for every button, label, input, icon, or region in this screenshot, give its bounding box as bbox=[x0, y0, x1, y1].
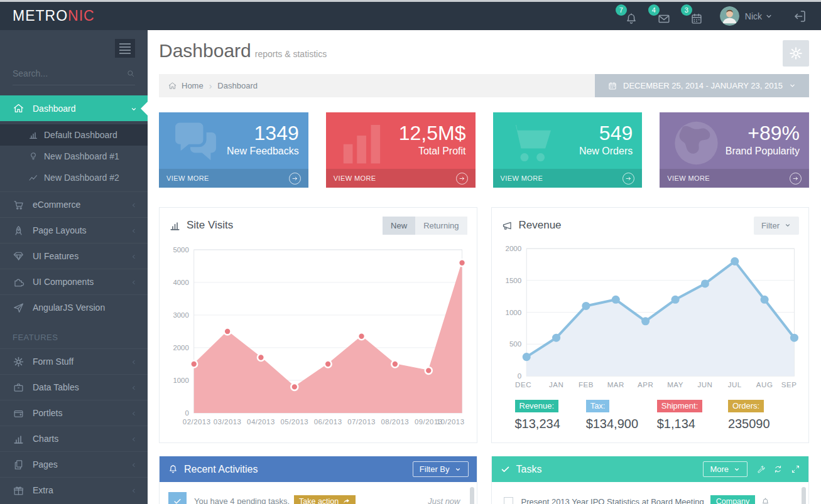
sidebar-item-form-stuff[interactable]: Form Stuff bbox=[0, 348, 148, 374]
stat-card-new-feedbacks[interactable]: 1349 New Feedbacks VIEW MORE bbox=[159, 112, 308, 188]
sidebar-item-label: Page Layouts bbox=[33, 225, 87, 235]
svg-text:0: 0 bbox=[517, 372, 521, 380]
revenue-panel: Revenue Filter 0500100015002000DECJANFEB… bbox=[491, 207, 810, 443]
svg-text:1000: 1000 bbox=[505, 309, 521, 316]
bell-icon bbox=[168, 464, 178, 475]
stat-card-value: 549 bbox=[493, 112, 643, 145]
bell-button[interactable]: 7 bbox=[619, 7, 638, 26]
sidebar-item-dashboard[interactable]: Dashboard bbox=[0, 95, 148, 121]
view-more-label: VIEW MORE bbox=[334, 174, 376, 182]
sidebar-section-features: FEATURES bbox=[0, 320, 148, 348]
svg-text:02/2013: 02/2013 bbox=[183, 418, 211, 426]
sidebar-item-default-dashboard[interactable]: Default Dashboard bbox=[0, 124, 148, 146]
chevron-left-icon bbox=[130, 435, 138, 442]
scrollbar-thumb[interactable] bbox=[470, 487, 474, 504]
scrollbar-thumb[interactable] bbox=[802, 487, 806, 504]
stat-card-label: Brand Popularity bbox=[660, 145, 809, 157]
tab-new[interactable]: New bbox=[383, 217, 415, 235]
site-visits-title: Site Visits bbox=[169, 219, 233, 232]
expand-icon[interactable] bbox=[791, 464, 800, 474]
take-action-button[interactable]: Take action bbox=[294, 495, 356, 504]
tasks-title: Tasks bbox=[500, 464, 542, 475]
app-logo[interactable]: METRONIC bbox=[0, 8, 148, 24]
sidebar-item-label: Pages bbox=[33, 459, 58, 469]
sidebar-item-label: Portlets bbox=[33, 408, 62, 418]
svg-text:1000: 1000 bbox=[173, 377, 188, 384]
stat-card-total-profit[interactable]: 12,5M$ Total Profit VIEW MORE bbox=[326, 112, 476, 188]
sidebar-item-charts[interactable]: Charts bbox=[0, 426, 148, 451]
calendar-check-button[interactable]: 3 bbox=[685, 7, 704, 26]
chevron-down-icon bbox=[733, 466, 741, 473]
svg-text:SEP: SEP bbox=[781, 381, 797, 389]
envelope-icon bbox=[657, 12, 671, 26]
rocket-icon bbox=[13, 225, 24, 237]
sidebar-item-page-layouts[interactable]: Page Layouts bbox=[0, 217, 148, 243]
breadcrumb-item-dashboard[interactable]: Dashboard bbox=[217, 81, 258, 90]
search-input[interactable] bbox=[13, 68, 126, 78]
sidebar-item-ui-features[interactable]: UI Features bbox=[0, 243, 148, 269]
task-checkbox[interactable] bbox=[504, 497, 513, 504]
sidebar-search bbox=[13, 68, 135, 85]
revenue-filter-button[interactable]: Filter bbox=[754, 217, 799, 235]
svg-text:08/2013: 08/2013 bbox=[381, 418, 409, 426]
stat-card-label: New Feedbacks bbox=[159, 145, 308, 157]
sidebar-submenu: Default Dashboard New Dashboard #1 New D… bbox=[0, 121, 148, 191]
stat-card-value: 12,5M$ bbox=[326, 112, 476, 145]
breadcrumb: Home›Dashboard bbox=[159, 74, 595, 97]
logout-icon[interactable] bbox=[792, 9, 807, 24]
envelope-button[interactable]: 4 bbox=[652, 7, 671, 26]
sidebar-item-extra[interactable]: Extra bbox=[0, 477, 148, 503]
settings-button[interactable] bbox=[783, 40, 809, 67]
home-icon bbox=[168, 81, 177, 90]
date-range-picker[interactable]: DECEMBER 25, 2014 - JANUARY 23, 2015 bbox=[595, 74, 809, 97]
redo-arrow-icon bbox=[342, 497, 351, 504]
sidebar-item-pages[interactable]: Pages bbox=[0, 451, 148, 477]
calendar-icon bbox=[607, 81, 617, 91]
more-button[interactable]: More bbox=[703, 461, 748, 477]
sidebar-toggle-button[interactable] bbox=[115, 39, 135, 58]
search-icon[interactable] bbox=[126, 68, 135, 79]
paper-plane-icon bbox=[13, 302, 24, 314]
sidebar-item-label: AngularJS Version bbox=[33, 303, 105, 313]
tasks-tools: More bbox=[703, 461, 800, 477]
page-subtitle: reports & statistics bbox=[255, 49, 327, 59]
stat-card-brand-popularity[interactable]: +89% Brand Popularity VIEW MORE bbox=[660, 112, 809, 188]
chevron-down-icon bbox=[130, 105, 138, 112]
sidebar-item-ui-components[interactable]: UI Components bbox=[0, 269, 148, 294]
bar-chart-icon bbox=[169, 220, 181, 232]
sidebar-item-ecommerce[interactable]: eCommerce bbox=[0, 191, 148, 217]
chevron-left-icon bbox=[130, 278, 138, 286]
scrollbar bbox=[470, 487, 474, 504]
wrench-icon[interactable] bbox=[756, 464, 765, 474]
breadcrumb-item-home[interactable]: Home bbox=[182, 81, 204, 90]
svg-text:FEB: FEB bbox=[578, 381, 593, 389]
user-menu[interactable]: Nick bbox=[720, 6, 773, 26]
tab-returning[interactable]: Returning bbox=[415, 217, 467, 235]
sidebar-item-data-tables[interactable]: Data Tables bbox=[0, 374, 148, 400]
stat-value: $1,134 bbox=[657, 417, 728, 431]
pages-icon bbox=[13, 459, 24, 471]
sidebar-item-angularjs-version[interactable]: AngularJS Version bbox=[0, 294, 148, 320]
svg-text:07/2013: 07/2013 bbox=[347, 418, 376, 426]
view-more-button[interactable]: VIEW MORE bbox=[493, 169, 643, 188]
svg-text:10/2013: 10/2013 bbox=[437, 418, 465, 426]
sidebar-subitem-label: New Dashboard #2 bbox=[44, 173, 119, 183]
logo-part-metro: METRO bbox=[13, 8, 68, 24]
stat-card-new-orders[interactable]: 549 New Orders VIEW MORE bbox=[493, 112, 643, 188]
sidebar-item-new-dashboard-2[interactable]: New Dashboard #2 bbox=[0, 167, 148, 188]
site-visits-panel: Site Visits NewReturning 010002000300040… bbox=[159, 207, 477, 443]
svg-text:3000: 3000 bbox=[173, 311, 188, 319]
arrow-right-circle-icon bbox=[623, 173, 634, 185]
task-badge[interactable]: Company bbox=[710, 495, 756, 504]
sidebar-item-portlets[interactable]: Portlets bbox=[0, 400, 148, 426]
stat-card-value: +89% bbox=[660, 112, 809, 145]
refresh-icon[interactable] bbox=[773, 464, 783, 474]
svg-text:JAN: JAN bbox=[548, 381, 563, 389]
filter-by-button[interactable]: Filter By bbox=[413, 461, 469, 477]
cart-icon bbox=[13, 199, 24, 211]
recent-activities-title: Recent Activities bbox=[168, 464, 258, 475]
view-more-button[interactable]: VIEW MORE bbox=[159, 169, 308, 188]
view-more-button[interactable]: VIEW MORE bbox=[660, 169, 809, 188]
view-more-button[interactable]: VIEW MORE bbox=[326, 169, 476, 188]
sidebar-item-new-dashboard-1[interactable]: New Dashboard #1 bbox=[0, 146, 148, 167]
